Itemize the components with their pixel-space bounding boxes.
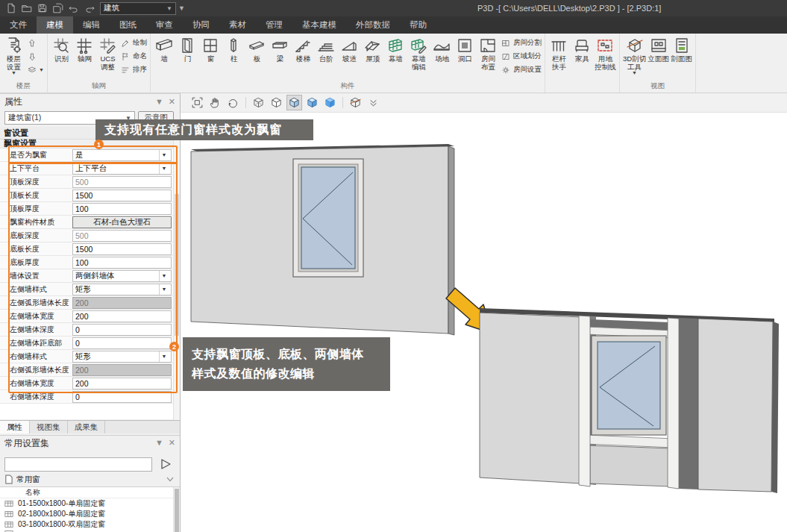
ribbon-button-curtain-wall[interactable]: 幕墙 (384, 35, 407, 63)
open-folder-button[interactable] (21, 2, 33, 14)
collapse-icon[interactable]: ▼ (155, 438, 163, 447)
close-icon[interactable]: ✕ (169, 97, 175, 107)
property-input[interactable]: 200 (72, 378, 172, 389)
ribbon-button-opening-hole[interactable]: 洞口 (454, 35, 477, 63)
property-input[interactable]: 0 (72, 324, 172, 336)
property-input[interactable]: 100 (72, 257, 172, 269)
property-dropdown[interactable]: 上下平台▼ (72, 163, 172, 175)
view-tool-section-cube[interactable] (348, 95, 363, 110)
ribbon-button-sort-lines[interactable]: 排序 (121, 63, 147, 76)
view-tool-realistic-cube[interactable] (322, 95, 338, 110)
view-tool-hidden-line-cube[interactable] (269, 95, 284, 110)
ribbon-button-land-control-line[interactable]: 用地 控制线 (594, 35, 617, 71)
redo-button[interactable] (84, 2, 95, 14)
ribbon-button-wall[interactable]: 墙 (153, 35, 176, 63)
application-window: 建筑 ▼ ▼ P3D -[ C:\Users\DELL\Desktop\2.P3… (0, 0, 787, 532)
ribbon-button-door[interactable]: 门 (176, 35, 199, 63)
ribbon-button-grid-adjust[interactable]: UCS 调整 (96, 35, 119, 71)
menu-tab-4[interactable]: 图纸 (110, 16, 146, 34)
view-tool-zoom-extents[interactable] (189, 95, 205, 110)
ribbon-button-up-arrow[interactable] (27, 37, 44, 49)
property-dropdown[interactable]: 矩形▼ (72, 284, 172, 295)
menu-tab-2[interactable]: 建模 (37, 16, 73, 34)
ribbon-button-window-frame[interactable]: 窗 (199, 35, 222, 63)
property-input[interactable]: 1500 (72, 190, 172, 201)
list-scrollbar[interactable] (173, 487, 180, 532)
ribbon-button-furniture[interactable]: 家具 (571, 35, 594, 63)
section-bay-window-settings[interactable]: 飘窗设置 (0, 140, 174, 148)
ribbon-button-name-tag[interactable]: 命名 (121, 50, 147, 63)
panel-tab-1[interactable]: 属性 (0, 421, 30, 434)
menu-tab-1[interactable]: 文件 (0, 16, 37, 34)
viewport[interactable] (180, 93, 787, 532)
ribbon-button-layer-stack[interactable]: ▼ (27, 63, 44, 76)
ribbon-button-steps[interactable]: 台阶 (315, 35, 338, 63)
ribbon-button-roof[interactable]: 屋顶 (361, 35, 384, 63)
property-dropdown[interactable]: 矩形▼ (72, 351, 172, 363)
ribbon-button-railing[interactable]: 栏杆 扶手 (548, 35, 571, 71)
property-dropdown[interactable]: 两侧斜墙体▼ (72, 270, 172, 282)
ribbon-button-beam[interactable]: 梁 (269, 35, 292, 63)
list-item[interactable]: 03-1800x1800-双扇固定窗 (0, 519, 180, 530)
property-input[interactable]: 200 (72, 310, 172, 322)
list-item[interactable]: 02-1800x1800-单扇固定窗 (0, 509, 180, 519)
run-search-button[interactable] (155, 457, 175, 471)
view-tool-wireframe-cube[interactable] (251, 95, 266, 110)
property-input[interactable]: 500 (72, 230, 172, 242)
ribbon-button-column[interactable]: 柱 (222, 35, 245, 63)
property-input[interactable]: 0 (72, 391, 172, 403)
ribbon-button-slab[interactable]: 板 (245, 35, 269, 63)
new-file-button[interactable] (5, 2, 17, 14)
ribbon-button-elevation-view[interactable]: 立面图 (647, 35, 670, 63)
chevron-down-icon: ▼ (39, 68, 44, 72)
ribbon-button-stairs[interactable]: 楼梯 (292, 35, 315, 63)
collapse-icon[interactable]: ▼ (155, 97, 163, 106)
property-input[interactable]: 1500 (72, 243, 172, 255)
panel-tab-3[interactable]: 成果集 (68, 421, 106, 434)
ribbon-button-section-3d[interactable]: 3D剖切 工具▼ (622, 35, 647, 75)
ribbon-button-zone-divide[interactable]: 区域划分 (501, 50, 542, 63)
menu-tab-5[interactable]: 审查 (146, 16, 183, 34)
ribbon-button-room-settings[interactable]: 房间设置 (501, 63, 542, 76)
workspace-dropdown[interactable]: 建筑 ▼ (100, 2, 176, 15)
properties-scrollbar[interactable] (173, 127, 180, 420)
ribbon-button-floor-settings[interactable]: 楼层 设置▼ (2, 35, 25, 75)
ribbon-button-down-arrow[interactable] (27, 50, 44, 63)
menu-tab-7[interactable]: 素材 (219, 16, 256, 34)
property-input[interactable]: 500 (72, 176, 172, 188)
save-button[interactable] (37, 2, 48, 14)
view-tool-expand-chevron[interactable] (366, 95, 381, 110)
property-row: 左侧墙样式矩形▼ (0, 283, 174, 296)
panel-tab-2[interactable]: 视图集 (30, 421, 68, 434)
ribbon-button-site-terrain[interactable]: 场地 (430, 35, 454, 63)
close-icon[interactable]: ✕ (169, 438, 175, 448)
property-input[interactable]: 100 (72, 203, 172, 215)
undo-button[interactable] (68, 2, 80, 14)
view-tool-pan-hand[interactable] (207, 95, 223, 110)
list-item[interactable]: 01-1500x1800-单扇固定窗 (0, 498, 180, 509)
ribbon-button-section-view[interactable]: 剖面图 (670, 35, 693, 63)
menu-tab-8[interactable]: 管理 (256, 16, 292, 34)
ribbon-button-room-layout[interactable]: 房间 布置 (477, 35, 500, 71)
ribbon-button-grid-axis[interactable]: 轴网 (73, 35, 96, 63)
settings-search-input[interactable] (5, 458, 151, 471)
view-tool-orbit[interactable] (225, 95, 241, 110)
property-dropdown[interactable]: 是▼ (72, 149, 172, 161)
menu-tab-3[interactable]: 编辑 (73, 16, 110, 34)
view-tool-shaded-edges-cube[interactable] (286, 95, 302, 110)
material-button[interactable]: 石材-白色大理石 (72, 216, 172, 228)
ribbon-button-grid-recognize[interactable]: 识别 (50, 35, 73, 63)
save-all-button[interactable] (52, 2, 64, 14)
menu-tab-10[interactable]: 外部数据 (346, 16, 400, 34)
ribbon-button-ramp[interactable]: 坡道 (338, 35, 361, 63)
menu-tab-11[interactable]: 帮助 (400, 16, 436, 34)
menu-tab-9[interactable]: 基本建模 (292, 16, 346, 34)
settings-category-row[interactable]: 常用窗 (4, 474, 174, 485)
toolbar-customize-button[interactable]: ▼ (178, 4, 185, 12)
view-tool-shaded-cube[interactable] (304, 95, 320, 110)
menu-tab-6[interactable]: 协同 (183, 16, 219, 34)
ribbon-button-curtain-wall-edit[interactable]: 幕墙 编辑 (407, 35, 430, 71)
property-input[interactable]: 0 (72, 337, 172, 349)
ribbon-button-room-split[interactable]: 房间分割 (501, 37, 542, 49)
ribbon-button-draw-pencil[interactable]: 绘制 (121, 37, 147, 49)
